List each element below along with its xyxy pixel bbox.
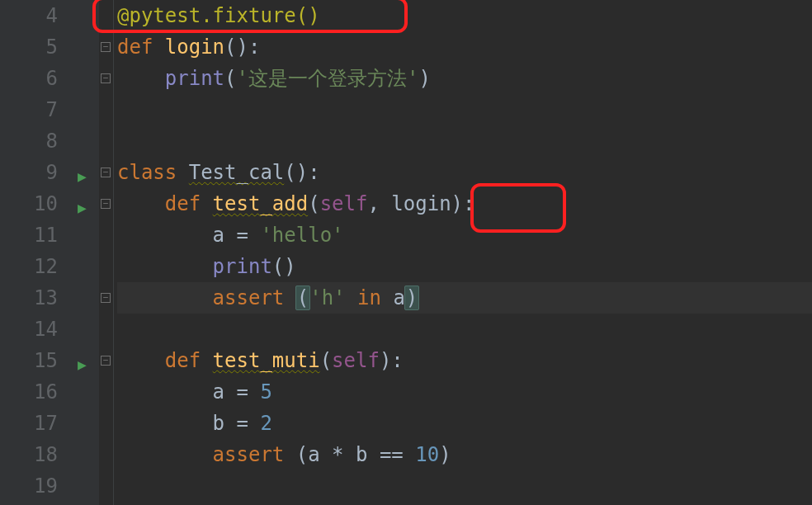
line-number: 13 <box>0 282 58 314</box>
code-area[interactable]: @pytest.fixture() def login(): print('这是… <box>114 0 812 505</box>
line-number: 6 <box>0 63 58 94</box>
run-test-icon[interactable]: ▶ <box>78 349 87 380</box>
code-line[interactable]: class Test_cal(): <box>117 157 812 188</box>
run-test-icon[interactable]: ▶ <box>78 161 87 192</box>
code-line[interactable]: def test_add(self, login): <box>117 188 812 219</box>
code-line-current[interactable]: assert ('h' in a) <box>117 282 812 314</box>
code-line[interactable]: def test_muti(self): <box>117 345 812 376</box>
fold-toggle-icon[interactable]: − <box>101 293 111 303</box>
line-number: 18 <box>0 439 58 470</box>
code-line[interactable]: b = 2 <box>117 408 812 439</box>
code-line[interactable]: def login(): <box>117 31 812 63</box>
code-line[interactable] <box>117 125 812 157</box>
code-editor[interactable]: 4 5 6 7 8 9 10 11 12 13 14 15 16 17 18 1… <box>0 0 812 505</box>
line-number: 14 <box>0 314 58 345</box>
code-line[interactable]: a = 5 <box>117 376 812 408</box>
code-line[interactable]: assert (a * b == 10) <box>117 439 812 470</box>
code-line[interactable]: a = 'hello' <box>117 219 812 251</box>
line-number: 10 <box>0 188 58 219</box>
line-number-gutter: 4 5 6 7 8 9 10 11 12 13 14 15 16 17 18 1… <box>0 0 76 505</box>
code-line[interactable]: print() <box>117 251 812 282</box>
line-number: 16 <box>0 376 58 408</box>
line-number: 11 <box>0 219 58 251</box>
fold-toggle-icon[interactable]: − <box>101 168 111 177</box>
fold-toggle-icon[interactable]: − <box>101 42 111 52</box>
paren-match: ) <box>404 286 419 310</box>
code-line[interactable] <box>117 314 812 345</box>
line-number: 19 <box>0 470 58 502</box>
run-test-icon[interactable]: ▶ <box>78 192 87 224</box>
fold-toggle-icon[interactable]: − <box>101 199 111 209</box>
fold-toggle-icon[interactable]: − <box>101 73 111 83</box>
line-number: 4 <box>0 0 58 31</box>
line-number: 7 <box>0 94 58 125</box>
code-line[interactable]: print('这是一个登录方法') <box>117 63 812 94</box>
code-line[interactable] <box>117 94 812 125</box>
run-marker-gutter: ▶ ▶ ▶ <box>76 0 99 505</box>
line-number: 5 <box>0 31 58 63</box>
line-number: 15 <box>0 345 58 376</box>
line-number: 9 <box>0 157 58 188</box>
code-line[interactable]: @pytest.fixture() <box>117 0 812 31</box>
fold-gutter: − − − − − − <box>99 0 114 505</box>
paren-match: ( <box>295 286 310 310</box>
line-number: 12 <box>0 251 58 282</box>
decorator: @pytest.fixture() <box>117 4 320 27</box>
line-number: 17 <box>0 408 58 439</box>
code-line[interactable] <box>117 470 812 502</box>
fold-toggle-icon[interactable]: − <box>101 356 111 366</box>
line-number: 8 <box>0 125 58 157</box>
